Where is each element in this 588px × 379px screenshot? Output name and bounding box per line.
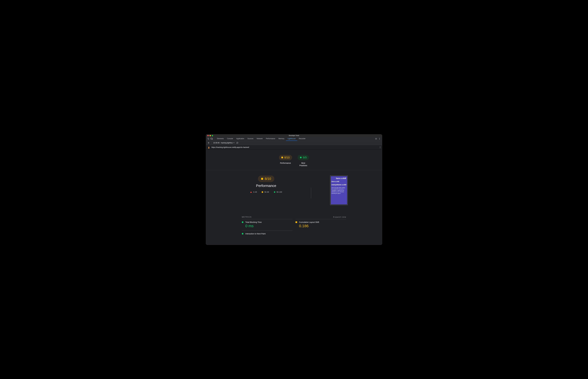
svg-point-4 [379,138,380,138]
metric-value: 0.186 [299,224,346,228]
score-summary-performance[interactable]: 8/10 Performance [279,155,292,164]
legend-range: 50–89 [264,191,269,193]
score-label: BestPractices [299,162,307,167]
category-score-pill: 8/10 [258,175,274,182]
score-summary-best-practices[interactable]: 9/9 BestPractices [297,155,309,167]
clear-report-button[interactable] [236,142,239,144]
legend-average: 50–89 [262,191,269,193]
score-label: Performance [280,162,291,164]
metrics-grid: Total Blocking Time 0 ms Cumulative Layo… [242,219,346,237]
svg-point-6 [379,139,380,140]
report-content: 8/10 Performance 9/9 BestPractices [206,150,382,245]
metric-name: Cumulative Layout Shift [299,221,319,223]
legend-range: 0–49 [253,191,257,193]
lighthouse-logo-icon [208,146,210,149]
score-legend: 0–49 50–89 90–100 [250,191,282,193]
page-screenshot-thumbnail[interactable]: here a shift there a shift everywhere a … [330,175,348,205]
svg-rect-2 [212,138,213,140]
screenshot-paragraph: Given this page defers adding the conten… [332,187,346,194]
window-titlebar: Developer Tools [206,134,382,137]
panel-tabs: Elements Console Application Sources Net… [215,137,307,141]
score-status-icon [281,157,283,158]
close-window-button[interactable] [207,135,209,136]
screenshot-heading-2: everywhere a shift shift [332,184,346,186]
report-url: https://hacking-lighthouse.netlify.app/c… [211,146,249,148]
metrics-heading: METRICS [242,216,252,218]
score-pill: 9/9 [297,155,309,160]
svg-point-10 [380,147,380,147]
metric-status-icon [242,221,243,223]
tab-network[interactable]: Network [255,137,264,141]
category-title: Performance [256,184,276,188]
lighthouse-toolbar: 10:30:40 - hacking-lighthou [206,141,382,145]
minimize-window-button[interactable] [210,135,211,136]
tab-recorder[interactable]: Recorder [297,137,307,141]
window-title: Developer Tools [289,135,299,136]
devtools-window: Developer Tools Elements Console Applica… [206,134,382,245]
new-report-button[interactable] [207,142,210,144]
score-pill: 8/10 [279,155,292,160]
report-selector[interactable]: 10:30:40 - hacking-lighthou [213,142,234,144]
score-status-icon [300,157,302,158]
tab-lighthouse[interactable]: Lighthouse [286,137,297,141]
svg-point-3 [376,139,376,139]
category-score-value: 8/10 [265,177,271,181]
tab-performance[interactable]: Performance [264,137,277,141]
tab-sources[interactable]: Sources [246,137,255,141]
report-selector-label: 10:30:40 - hacking-lighthou [213,142,233,144]
metric-tbt[interactable]: Total Blocking Time 0 ms [242,219,293,231]
score-value: 9/9 [303,156,307,159]
tab-console[interactable]: Console [225,137,235,141]
svg-point-9 [380,146,380,147]
tab-application[interactable]: Application [235,137,246,141]
report-menu-icon[interactable] [380,146,380,148]
category-gauge-block: 8/10 Performance 0–49 50–89 [240,175,292,193]
tab-memory[interactable]: Memory [277,137,286,141]
triangle-icon [250,191,252,193]
report-body: 8/10 Performance 0–49 50–89 [206,170,382,245]
metric-inp[interactable]: Interaction to Next Paint [242,231,293,237]
toolbar-right [375,137,381,140]
tab-elements[interactable]: Elements [215,137,225,141]
svg-rect-8 [209,147,209,147]
report-url-bar: https://hacking-lighthouse.netlify.app/c… [206,145,382,150]
screenshot-heading-1: here a shift [332,177,346,179]
metrics-header: METRICS Expand view [242,216,346,219]
metric-cls[interactable]: Cumulative Layout Shift 0.186 [295,219,346,231]
device-toggle-icon[interactable] [210,137,213,140]
svg-point-11 [380,148,380,148]
metric-status-icon [242,233,243,235]
chevron-down-icon [233,142,234,143]
traffic-lights [206,135,213,136]
legend-range: 90–100 [277,191,282,193]
metric-name: Interaction to Next Paint [245,233,265,235]
score-summary-row: 8/10 Performance 9/9 BestPractices [206,150,382,170]
legend-fail: 0–49 [250,191,257,193]
inspect-element-icon[interactable] [207,137,210,140]
score-value: 8/10 [284,156,290,159]
toolbar-separator [214,138,214,140]
metric-status-icon [295,221,297,223]
legend-pass: 90–100 [274,191,282,193]
metrics-section: METRICS Expand view Total Blocking Time … [242,216,346,237]
screenshot-content: here a shift there a shift everywhere a … [331,176,347,205]
settings-gear-icon[interactable] [375,137,377,140]
toolbar-separator [211,142,212,144]
more-vertical-icon[interactable] [378,137,381,140]
metric-name: Total Blocking Time [245,221,262,223]
metric-value: 0 ms [245,224,293,228]
circle-icon [274,191,275,193]
main-toolbar: Elements Console Application Sources Net… [206,137,382,141]
square-icon [262,191,263,193]
screenshot-subheading: there a shift [332,181,346,182]
maximize-window-button[interactable] [212,135,213,136]
category-detail-row: 8/10 Performance 0–49 50–89 [206,175,382,205]
expand-view-toggle[interactable]: Expand view [333,216,346,218]
svg-point-5 [379,139,380,139]
score-status-icon [261,178,263,180]
